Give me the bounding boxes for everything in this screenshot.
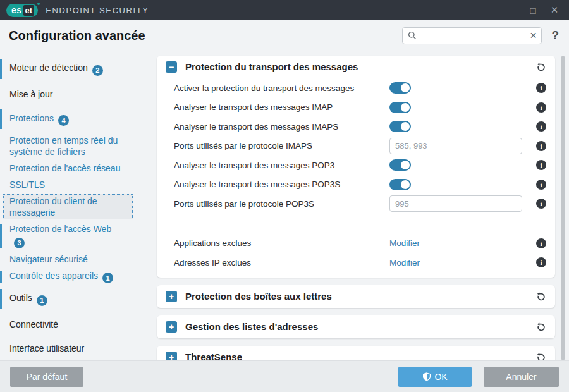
ports-input[interactable]	[389, 138, 522, 154]
page-header: Configuration avancée ✕ ?	[0, 20, 569, 51]
titlebar: eset ENDPOINT SECURITY □ ✕	[0, 0, 569, 20]
sidebar-item[interactable]: Protections4	[0, 106, 152, 133]
setting-label: Analyser le transport des messages IMAP	[174, 102, 389, 112]
sidebar-item-label: Moteur de détection	[9, 63, 88, 73]
setting-row: Analyser le transport des messages POP3S…	[166, 175, 546, 195]
close-icon[interactable]: ✕	[544, 2, 565, 18]
sidebar-item[interactable]: Navigateur sécurisé	[0, 251, 152, 267]
info-icon[interactable]: i	[536, 102, 546, 113]
setting-label: Analyser le transport des messages POP3S	[174, 180, 389, 189]
section-header[interactable]: −Protection du transport des messages	[157, 56, 555, 78]
app-window: eset ENDPOINT SECURITY □ ✕ Configuration…	[0, 0, 569, 392]
info-icon[interactable]: i	[536, 83, 546, 93]
eset-logo: eset	[6, 4, 38, 17]
setting-row: Ports utilisés par le protocole IMAPSi	[166, 137, 546, 156]
setting-row: Analyser le transport des messages IMAPS…	[166, 117, 546, 137]
shield-icon	[422, 372, 431, 381]
collapse-icon[interactable]: −	[166, 61, 177, 73]
sidebar: Moteur de détection2Mise à jourProtectio…	[0, 51, 152, 360]
ports-input[interactable]	[389, 195, 522, 212]
revert-icon[interactable]	[536, 322, 546, 332]
revert-icon[interactable]	[536, 352, 546, 361]
sidebar-item[interactable]: Protection en temps réel du système de f…	[0, 132, 152, 160]
count-badge: 3	[14, 238, 25, 248]
sidebar-item[interactable]: Protection du client de messagerie	[0, 193, 152, 221]
modifier-link[interactable]: Modifier	[389, 258, 420, 267]
setting-row: Applications excluesModifieri	[166, 234, 546, 254]
setting-row: Adresses IP excluesModifieri	[166, 253, 546, 273]
section-header[interactable]: +ThreatSense	[157, 346, 555, 361]
revert-icon[interactable]	[536, 291, 546, 302]
sidebar-item[interactable]: Mise à jour	[0, 82, 152, 106]
sidebar-item-label: Connectivité	[9, 319, 58, 329]
setting-label: Applications exclues	[174, 238, 389, 248]
setting-label: Ports utilisés par le protocole IMAPS	[174, 141, 389, 150]
search-clear-icon[interactable]: ✕	[530, 30, 537, 40]
toggle-switch[interactable]	[389, 179, 411, 190]
search-box[interactable]: ✕	[402, 27, 542, 44]
setting-row: Analyser le transport des messages IMAPi	[166, 98, 546, 118]
toggle-switch[interactable]	[389, 121, 411, 132]
sidebar-item[interactable]: SSL/TLS	[0, 176, 152, 193]
sidebar-item[interactable]: Protection de l'accès Web3	[0, 221, 152, 251]
expand-icon[interactable]: +	[166, 291, 177, 302]
section-title: Protection du transport des messages	[185, 61, 358, 73]
count-badge: 2	[92, 65, 103, 76]
info-icon[interactable]: i	[536, 238, 546, 248]
maximize-icon[interactable]: □	[522, 2, 544, 18]
section-header[interactable]: +Gestion des listes d'adresses	[157, 315, 555, 338]
setting-label: Analyser le transport des messages POP3	[174, 161, 389, 170]
info-icon[interactable]: i	[536, 180, 546, 190]
ok-button[interactable]: OK	[398, 367, 472, 387]
sidebar-item[interactable]: Connectivité	[0, 312, 152, 336]
count-badge: 1	[102, 273, 113, 283]
sidebar-item-label: Contrôle des appareils	[9, 271, 98, 281]
setting-label: Ports utilisés par le protocole POP3S	[174, 199, 389, 209]
toggle-switch[interactable]	[389, 102, 411, 113]
modifier-link[interactable]: Modifier	[389, 238, 420, 248]
info-icon[interactable]: i	[536, 257, 546, 267]
sidebar-item-label: Protection du client de messagerie	[9, 196, 97, 217]
info-icon[interactable]: i	[536, 121, 546, 132]
eset-logo-text: es	[11, 5, 22, 15]
sidebar-item[interactable]: Moteur de détection2	[0, 56, 152, 82]
section-header[interactable]: +Protection des boîtes aux lettres	[157, 285, 555, 308]
settings-section: −Protection du transport des messagesAct…	[157, 56, 555, 278]
setting-row: Analyser le transport des messages POP3i	[166, 156, 546, 175]
count-badge: 4	[58, 115, 69, 126]
page-title: Configuration avancée	[9, 28, 145, 43]
default-button[interactable]: Par défaut	[10, 367, 83, 387]
settings-panel: −Protection du transport des messagesAct…	[152, 51, 569, 360]
sidebar-item-label: Protection en temps réel du système de f…	[9, 135, 118, 157]
setting-label: Analyser le transport des messages IMAPS	[174, 122, 389, 132]
section-title: ThreatSense	[185, 351, 242, 361]
sidebar-item[interactable]: Interface utilisateur	[0, 336, 152, 360]
revert-icon[interactable]	[536, 62, 546, 72]
scrollbar[interactable]	[561, 56, 565, 360]
sidebar-item-label: Protection de l'accès réseau	[9, 163, 120, 173]
help-icon[interactable]: ?	[551, 28, 559, 42]
setting-row: Ports utilisés par le protocole POP3Si	[166, 194, 546, 214]
expand-icon[interactable]: +	[166, 321, 177, 333]
setting-label: Activer la protection du transport des m…	[174, 83, 389, 93]
info-icon[interactable]: i	[536, 160, 546, 170]
settings-section: +ThreatSense	[157, 346, 555, 361]
sidebar-item[interactable]: Outils1	[0, 286, 152, 312]
info-icon[interactable]: i	[536, 141, 546, 151]
sidebar-item[interactable]: Protection de l'accès réseau	[0, 160, 152, 176]
expand-icon[interactable]: +	[166, 352, 177, 361]
toggle-switch[interactable]	[389, 82, 411, 94]
sidebar-item[interactable]: Contrôle des appareils1	[0, 267, 152, 286]
sidebar-item-label: SSL/TLS	[9, 180, 45, 190]
cancel-button[interactable]: Annuler	[484, 367, 559, 387]
sidebar-item[interactable]: Notifications2	[0, 360, 152, 361]
search-input[interactable]	[420, 31, 527, 40]
info-icon[interactable]: i	[536, 199, 546, 209]
ok-button-label: OK	[434, 372, 447, 382]
sidebar-item-label: Protections	[9, 113, 54, 123]
sidebar-item-label: Mise à jour	[9, 89, 52, 99]
toggle-switch[interactable]	[389, 159, 411, 171]
section-title: Protection des boîtes aux lettres	[185, 290, 332, 303]
settings-section: +Gestion des listes d'adresses	[157, 315, 555, 338]
sidebar-item-label: Protection de l'accès Web	[9, 224, 111, 234]
